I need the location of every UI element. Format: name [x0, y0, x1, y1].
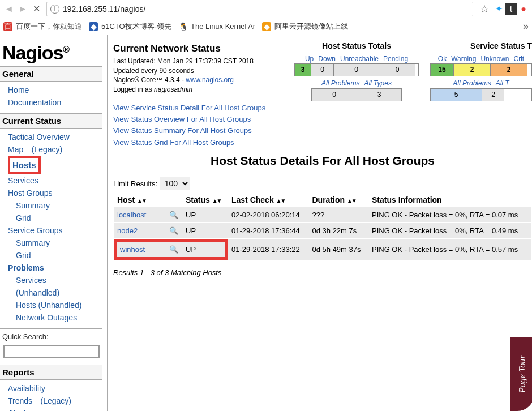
limit-select[interactable]: 100	[160, 177, 190, 190]
status-updated: Last Updated: Mon Jan 29 17:37:39 CST 20…	[113, 57, 283, 66]
bookmark-item[interactable]: 百 百度一下，你就知道	[3, 22, 82, 32]
host-all-types-link[interactable]: All Types	[362, 79, 393, 88]
bookmark-icon: ◆	[89, 22, 98, 31]
nagios-site-link[interactable]: www.nagios.org	[186, 76, 234, 84]
host-down-count: 0	[311, 64, 333, 76]
nav-outages[interactable]: Network Outages	[16, 311, 77, 324]
sort-icon[interactable]: ▲▼	[347, 198, 356, 204]
status-interval: Updated every 90 seconds	[113, 66, 283, 76]
results-text: Results 1 - 3 of 3 Matching Hosts	[113, 268, 532, 277]
bookmark-star-icon[interactable]: ☆	[480, 3, 489, 15]
status-cell: UP	[182, 223, 228, 238]
nav-trends-legacy[interactable]: (Legacy)	[41, 395, 71, 407]
duration-cell: 0d 3h 22m 7s	[308, 223, 367, 238]
nav-tactical[interactable]: Tactical Overview	[8, 131, 70, 143]
browser-toolbar: ◄ ► ✕ i 192.168.255.11/nagios/ ☆ ✦ t ●	[0, 0, 532, 18]
nav-availability[interactable]: Availability	[8, 382, 45, 395]
nav-map-legacy[interactable]: (Legacy)	[32, 143, 62, 156]
col-status[interactable]: Status ▲▼	[182, 193, 228, 207]
limit-label: Limit Results:	[113, 179, 157, 188]
host-status-table: Host ▲▼ Status ▲▼ Last Check ▲▼ Duration…	[113, 192, 532, 260]
status-cell: UP	[182, 239, 228, 260]
extension-icon-3[interactable]: ●	[517, 3, 530, 15]
nav-home[interactable]: Home	[8, 84, 29, 96]
nav-prob-services-unh[interactable]: (Unhandled)	[16, 286, 59, 299]
nav-trends[interactable]: Trends	[8, 395, 32, 407]
view-status-summary[interactable]: View Status Summary For All Host Groups	[113, 125, 283, 136]
host-all-problems-link[interactable]: All Problems	[319, 79, 362, 88]
site-info-icon[interactable]: i	[50, 5, 59, 14]
host-down-link[interactable]: Down	[316, 54, 338, 64]
extension-icon-2[interactable]: t	[505, 3, 517, 15]
svc-types-count: 2	[482, 89, 504, 101]
nav-stop-icon[interactable]: ✕	[29, 2, 43, 16]
svc-warning-link[interactable]: Warning	[449, 54, 478, 64]
sidebar: Nagios® General Home Documentation Curre…	[0, 35, 108, 411]
host-link[interactable]: winhost	[120, 245, 145, 254]
host-cell: winhost 🔍	[114, 239, 182, 260]
lastcheck-cell: 01-29-2018 17:33:22	[228, 239, 308, 260]
sort-icon[interactable]: ▲▼	[212, 198, 221, 204]
nav-prob-services[interactable]: Services	[16, 274, 46, 286]
view-status-overview[interactable]: View Status Overview For All Host Groups	[113, 114, 283, 125]
host-link[interactable]: node2	[117, 226, 138, 235]
svc-critical-link[interactable]: Crit	[511, 54, 526, 64]
nav-hg-summary[interactable]: Summary	[16, 199, 50, 212]
view-status-grid[interactable]: View Status Grid For All Host Groups	[113, 137, 283, 148]
nav-alerts[interactable]: Alerts	[8, 407, 31, 411]
info-cell: PING OK - Packet loss = 0%, RTA = 0.57 m…	[368, 239, 531, 260]
svc-unknown-link[interactable]: Unknown	[478, 54, 511, 64]
host-cell: node2 🔍	[114, 223, 182, 238]
nav-sg-summary[interactable]: Summary	[16, 237, 50, 249]
bookmark-item[interactable]: ◆ 51CTO技术博客-领先	[89, 22, 171, 32]
host-unreachable-link[interactable]: Unreachable	[338, 54, 381, 64]
nav-prob-hosts-unh[interactable]: (Unhandled)	[38, 299, 81, 311]
bookmark-label: 百度一下，你就知道	[16, 22, 82, 32]
nav-hg-grid[interactable]: Grid	[16, 212, 31, 224]
nav-documentation[interactable]: Documentation	[8, 96, 61, 109]
page-tour-tab[interactable]: Page Tour	[510, 337, 532, 411]
nav-back-icon[interactable]: ◄	[2, 2, 16, 16]
nav-services[interactable]: Services	[8, 174, 38, 187]
nav-service-groups[interactable]: Service Groups	[8, 224, 62, 237]
bookmark-item[interactable]: ◆ 阿里云开源镜像站上线	[262, 22, 348, 32]
nav-host-groups[interactable]: Host Groups	[8, 187, 53, 199]
nav-prob-hosts[interactable]: Hosts	[16, 299, 36, 311]
extension-icon-1[interactable]: ✦	[492, 3, 505, 15]
nav-hosts[interactable]: Hosts	[12, 159, 36, 172]
host-cell: localhost 🔍	[114, 207, 182, 222]
bookmarks-overflow-icon[interactable]: »	[523, 20, 529, 32]
nav-problems[interactable]: Problems	[8, 262, 44, 274]
host-detail-icon[interactable]: 🔍	[169, 211, 178, 219]
bookmark-icon: ◆	[262, 22, 271, 31]
host-up-link[interactable]: Up	[303, 54, 316, 64]
section-general: General	[0, 66, 102, 82]
svc-all-t-link[interactable]: All T	[494, 79, 512, 88]
bookmark-label: 51CTO技术博客-领先	[101, 22, 171, 32]
col-lastcheck[interactable]: Last Check ▲▼	[228, 193, 308, 207]
host-pending-link[interactable]: Pending	[381, 54, 410, 64]
svc-problems-count: 5	[431, 89, 482, 101]
host-link[interactable]: localhost	[117, 211, 146, 219]
col-host[interactable]: Host ▲▼	[114, 193, 182, 207]
url-bar[interactable]: i 192.168.255.11/nagios/	[46, 2, 473, 16]
sort-icon[interactable]: ▲▼	[276, 198, 285, 204]
page-title: Host Status Details For All Host Groups	[113, 154, 532, 168]
bookmark-item[interactable]: 🐧 The Linux Kernel Ar	[178, 22, 255, 31]
quick-search-input[interactable]	[3, 345, 100, 358]
svc-all-problems-link[interactable]: All Problems	[451, 79, 493, 88]
host-problems-count: 0	[312, 89, 357, 101]
nav-map[interactable]: Map	[8, 143, 23, 156]
host-detail-icon[interactable]: 🔍	[169, 226, 178, 235]
host-detail-icon[interactable]: 🔍	[169, 245, 178, 254]
nav-hosts-highlighted: Hosts	[8, 156, 41, 174]
svc-ok-link[interactable]: Ok	[436, 54, 449, 64]
nav-forward-icon[interactable]: ►	[16, 2, 29, 16]
lastcheck-cell: 02-02-2018 06:20:14	[228, 207, 308, 222]
sort-icon[interactable]: ▲▼	[137, 198, 146, 204]
limit-results-row: Limit Results: 100	[113, 177, 532, 190]
nav-sg-grid[interactable]: Grid	[16, 249, 31, 262]
url-text: 192.168.255.11/nagios/	[63, 5, 145, 14]
view-service-status-detail[interactable]: View Service Status Detail For All Host …	[113, 102, 283, 114]
col-duration[interactable]: Duration ▲▼	[308, 193, 367, 207]
